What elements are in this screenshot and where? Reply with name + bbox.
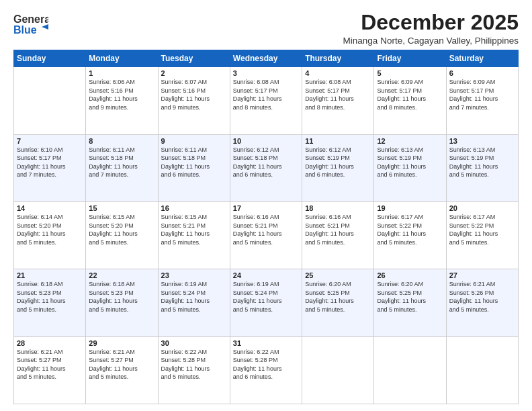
calendar-week-row: 7Sunrise: 6:10 AMSunset: 5:17 PMDaylight…: [14, 134, 519, 201]
day-info: Sunrise: 6:19 AMSunset: 5:24 PMDaylight:…: [161, 280, 227, 314]
col-header-sunday: Sunday: [14, 50, 86, 67]
day-info: Sunrise: 6:16 AMSunset: 5:21 PMDaylight:…: [233, 213, 299, 246]
day-info: Sunrise: 6:08 AMSunset: 5:17 PMDaylight:…: [233, 78, 299, 111]
calendar-cell: 18Sunrise: 6:16 AMSunset: 5:21 PMDayligh…: [302, 201, 374, 269]
calendar-cell: 15Sunrise: 6:15 AMSunset: 5:20 PMDayligh…: [86, 201, 158, 269]
day-number: 22: [89, 271, 154, 279]
col-header-wednesday: Wednesday: [230, 50, 302, 67]
day-info: Sunrise: 6:06 AMSunset: 5:16 PMDaylight:…: [89, 78, 154, 111]
day-number: 11: [305, 137, 371, 145]
day-info: Sunrise: 6:19 AMSunset: 5:24 PMDaylight:…: [233, 280, 299, 314]
day-info: Sunrise: 6:14 AMSunset: 5:20 PMDaylight:…: [17, 213, 83, 246]
calendar-cell: 10Sunrise: 6:12 AMSunset: 5:18 PMDayligh…: [230, 134, 302, 201]
day-number: 29: [89, 339, 154, 347]
day-number: 7: [17, 137, 83, 145]
day-number: 26: [377, 271, 443, 279]
day-number: 19: [377, 204, 443, 212]
calendar-week-row: 14Sunrise: 6:14 AMSunset: 5:20 PMDayligh…: [14, 201, 519, 269]
calendar-cell: 29Sunrise: 6:21 AMSunset: 5:27 PMDayligh…: [86, 336, 158, 404]
day-info: Sunrise: 6:22 AMSunset: 5:28 PMDaylight:…: [233, 348, 299, 381]
logo: General Blue: [13, 11, 48, 38]
day-info: Sunrise: 6:17 AMSunset: 5:22 PMDaylight:…: [449, 213, 515, 246]
day-info: Sunrise: 6:18 AMSunset: 5:23 PMDaylight:…: [17, 280, 83, 314]
day-info: Sunrise: 6:18 AMSunset: 5:23 PMDaylight:…: [89, 280, 154, 314]
calendar-cell: 24Sunrise: 6:19 AMSunset: 5:24 PMDayligh…: [230, 269, 302, 336]
day-number: 23: [161, 271, 227, 279]
calendar-week-row: 21Sunrise: 6:18 AMSunset: 5:23 PMDayligh…: [14, 269, 519, 336]
day-number: 24: [233, 271, 299, 279]
calendar-cell: 31Sunrise: 6:22 AMSunset: 5:28 PMDayligh…: [230, 336, 302, 404]
day-info: Sunrise: 6:16 AMSunset: 5:21 PMDaylight:…: [305, 213, 371, 246]
calendar-cell: 21Sunrise: 6:18 AMSunset: 5:23 PMDayligh…: [14, 269, 86, 336]
day-number: 15: [89, 204, 154, 212]
day-info: Sunrise: 6:12 AMSunset: 5:19 PMDaylight:…: [305, 146, 371, 179]
day-number: 1: [89, 69, 154, 77]
col-header-thursday: Thursday: [302, 50, 374, 67]
title-block: December 2025 Minanga Norte, Cagayan Val…: [343, 11, 519, 46]
day-info: Sunrise: 6:08 AMSunset: 5:17 PMDaylight:…: [305, 78, 371, 111]
day-info: Sunrise: 6:09 AMSunset: 5:17 PMDaylight:…: [377, 78, 443, 111]
day-number: 31: [233, 339, 299, 347]
day-info: Sunrise: 6:22 AMSunset: 5:28 PMDaylight:…: [161, 348, 227, 381]
day-number: 14: [17, 204, 83, 212]
day-number: 8: [89, 137, 154, 145]
day-number: 6: [449, 69, 515, 77]
calendar-cell: 8Sunrise: 6:11 AMSunset: 5:18 PMDaylight…: [86, 134, 158, 201]
col-header-friday: Friday: [374, 50, 446, 67]
day-info: Sunrise: 6:21 AMSunset: 5:26 PMDaylight:…: [449, 280, 515, 314]
day-number: 10: [233, 137, 299, 145]
calendar-cell: 3Sunrise: 6:08 AMSunset: 5:17 PMDaylight…: [230, 67, 302, 134]
svg-text:Blue: Blue: [13, 24, 37, 36]
calendar-header-row: SundayMondayTuesdayWednesdayThursdayFrid…: [14, 50, 519, 67]
day-info: Sunrise: 6:07 AMSunset: 5:16 PMDaylight:…: [161, 78, 227, 111]
day-number: 9: [161, 137, 227, 145]
calendar-cell: 1Sunrise: 6:06 AMSunset: 5:16 PMDaylight…: [86, 67, 158, 134]
day-info: Sunrise: 6:13 AMSunset: 5:19 PMDaylight:…: [449, 146, 515, 179]
calendar-cell: 6Sunrise: 6:09 AMSunset: 5:17 PMDaylight…: [446, 67, 518, 134]
day-info: Sunrise: 6:21 AMSunset: 5:27 PMDaylight:…: [17, 348, 83, 381]
header: General Blue December 2025 Minanga Norte…: [13, 11, 519, 46]
day-number: 20: [449, 204, 515, 212]
day-number: 13: [449, 137, 515, 145]
day-number: 12: [377, 137, 443, 145]
calendar-week-row: 28Sunrise: 6:21 AMSunset: 5:27 PMDayligh…: [14, 336, 519, 404]
calendar-cell: [14, 67, 86, 134]
day-number: 27: [449, 271, 515, 279]
calendar-cell: 30Sunrise: 6:22 AMSunset: 5:28 PMDayligh…: [158, 336, 230, 404]
day-info: Sunrise: 6:17 AMSunset: 5:22 PMDaylight:…: [377, 213, 443, 246]
day-info: Sunrise: 6:12 AMSunset: 5:18 PMDaylight:…: [233, 146, 299, 179]
calendar-cell: 26Sunrise: 6:20 AMSunset: 5:25 PMDayligh…: [374, 269, 446, 336]
calendar-cell: 9Sunrise: 6:11 AMSunset: 5:18 PMDaylight…: [158, 134, 230, 201]
day-info: Sunrise: 6:11 AMSunset: 5:18 PMDaylight:…: [161, 146, 227, 179]
month-title: December 2025: [343, 11, 519, 34]
subtitle: Minanga Norte, Cagayan Valley, Philippin…: [343, 36, 519, 46]
day-number: 5: [377, 69, 443, 77]
calendar-cell: 4Sunrise: 6:08 AMSunset: 5:17 PMDaylight…: [302, 67, 374, 134]
day-info: Sunrise: 6:15 AMSunset: 5:20 PMDaylight:…: [89, 213, 154, 246]
col-header-saturday: Saturday: [446, 50, 518, 67]
calendar-cell: 13Sunrise: 6:13 AMSunset: 5:19 PMDayligh…: [446, 134, 518, 201]
day-info: Sunrise: 6:11 AMSunset: 5:18 PMDaylight:…: [89, 146, 154, 179]
calendar-cell: 17Sunrise: 6:16 AMSunset: 5:21 PMDayligh…: [230, 201, 302, 269]
day-number: 16: [161, 204, 227, 212]
calendar-cell: 20Sunrise: 6:17 AMSunset: 5:22 PMDayligh…: [446, 201, 518, 269]
page: General Blue December 2025 Minanga Norte…: [0, 0, 532, 411]
calendar-cell: 16Sunrise: 6:15 AMSunset: 5:21 PMDayligh…: [158, 201, 230, 269]
calendar-cell: 27Sunrise: 6:21 AMSunset: 5:26 PMDayligh…: [446, 269, 518, 336]
day-number: 17: [233, 204, 299, 212]
calendar-cell: 7Sunrise: 6:10 AMSunset: 5:17 PMDaylight…: [14, 134, 86, 201]
svg-text:General: General: [13, 13, 48, 25]
calendar-cell: 12Sunrise: 6:13 AMSunset: 5:19 PMDayligh…: [374, 134, 446, 201]
calendar-cell: 22Sunrise: 6:18 AMSunset: 5:23 PMDayligh…: [86, 269, 158, 336]
calendar-cell: 19Sunrise: 6:17 AMSunset: 5:22 PMDayligh…: [374, 201, 446, 269]
day-info: Sunrise: 6:21 AMSunset: 5:27 PMDaylight:…: [89, 348, 154, 381]
calendar-week-row: 1Sunrise: 6:06 AMSunset: 5:16 PMDaylight…: [14, 67, 519, 134]
day-number: 2: [161, 69, 227, 77]
day-info: Sunrise: 6:13 AMSunset: 5:19 PMDaylight:…: [377, 146, 443, 179]
day-number: 21: [17, 271, 83, 279]
day-number: 25: [305, 271, 371, 279]
calendar-cell: 2Sunrise: 6:07 AMSunset: 5:16 PMDaylight…: [158, 67, 230, 134]
calendar-cell: 5Sunrise: 6:09 AMSunset: 5:17 PMDaylight…: [374, 67, 446, 134]
calendar-cell: [302, 336, 374, 404]
calendar-cell: 23Sunrise: 6:19 AMSunset: 5:24 PMDayligh…: [158, 269, 230, 336]
